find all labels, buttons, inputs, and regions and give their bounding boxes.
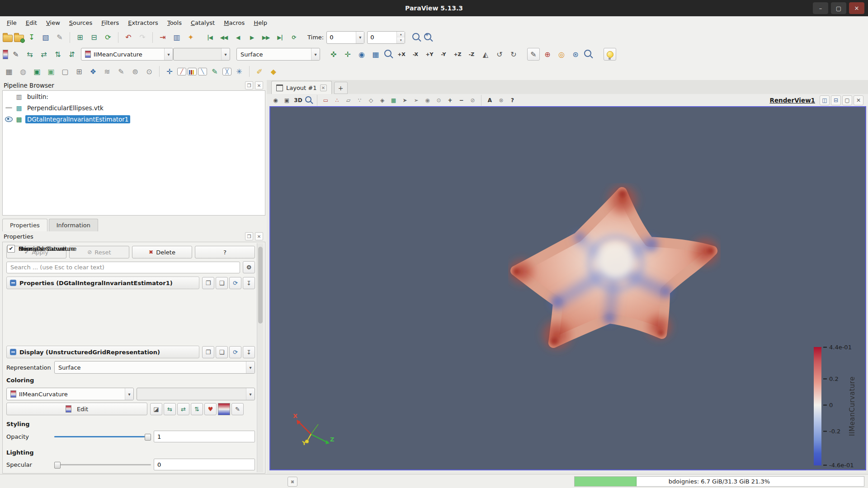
zoom-closest-to-data-button[interactable]: ▦ xyxy=(369,48,382,61)
zoom-to-box-button[interactable] xyxy=(305,96,311,103)
pipeline-item-dgtal-estimator[interactable]: ▩ DGtalIntegralInvariantEstimator1 xyxy=(3,113,265,125)
menu-view[interactable]: View xyxy=(42,18,64,28)
python-trace-button[interactable]: ✦ xyxy=(184,31,197,44)
plot-over-line-button[interactable]: ╱ xyxy=(177,68,186,75)
undock-properties-button[interactable]: ❐ xyxy=(245,232,253,240)
select-cells-through-button[interactable]: ▱ xyxy=(343,95,354,105)
disconnect-server-button[interactable]: ⇥ xyxy=(156,31,169,44)
next-frame-button[interactable]: ▶▶ xyxy=(259,31,272,44)
save-state-button[interactable]: ▧ xyxy=(39,31,52,44)
open-recent-button[interactable] xyxy=(14,35,24,42)
glyph-with-custom-source-button[interactable]: ✳ xyxy=(233,65,245,78)
rescale-to-data-range-button[interactable]: ⇆ xyxy=(24,48,36,61)
toggle-interaction-mode-button[interactable]: 3D xyxy=(293,95,303,105)
checkbox[interactable] xyxy=(7,245,15,253)
rotate-90-cw-button[interactable]: ↻ xyxy=(507,48,520,61)
context-help-button[interactable]: ? xyxy=(507,95,518,105)
search-options-button[interactable]: ⚙ xyxy=(243,261,255,273)
show-center-axes-button[interactable]: ⊛ xyxy=(569,48,582,61)
select-points-through-button[interactable]: ∵ xyxy=(354,95,365,105)
component-combo[interactable] xyxy=(173,48,230,61)
stream-tracer-button[interactable]: ⊙ xyxy=(143,65,156,78)
rescale-to-custom-range-button[interactable]: ⇄ xyxy=(177,403,189,415)
undo-button[interactable]: ↶ xyxy=(122,31,135,44)
pipeline-item-builtin[interactable]: ▥ builtin: xyxy=(3,91,265,102)
edit-color-map-button[interactable]: ✎ xyxy=(9,48,22,61)
representation-combo[interactable]: Surface xyxy=(54,361,255,374)
restore-defaults-button[interactable]: ⟳ xyxy=(229,277,241,289)
close-pipeline-button[interactable]: ✕ xyxy=(255,81,263,89)
layout-tab[interactable]: Layout #1 ✕ xyxy=(271,81,332,94)
axes-grid-button[interactable]: ❖ xyxy=(87,65,99,78)
search-input[interactable] xyxy=(6,262,240,273)
split-horizontal-button[interactable]: ◫ xyxy=(820,95,830,105)
loop-button[interactable]: ⟳ xyxy=(288,31,300,44)
play-forward-button[interactable]: ▶ xyxy=(245,31,258,44)
collapse-icon[interactable] xyxy=(10,349,16,355)
time-value-spinbox[interactable] xyxy=(326,31,364,44)
shrink-selection-button[interactable]: − xyxy=(456,95,467,105)
reset-camera-button[interactable]: ✜ xyxy=(327,48,340,61)
select-cells-on-button[interactable]: ▭ xyxy=(321,95,331,105)
restore-defaults-button[interactable]: ⟳ xyxy=(229,346,241,358)
contour-button[interactable]: ≋ xyxy=(101,65,113,78)
zoom-to-selection-button[interactable] xyxy=(424,33,431,40)
view-minus-z-button[interactable]: -Z xyxy=(465,48,478,61)
rescale-to-temporal-range-button[interactable]: ⇅ xyxy=(191,403,203,415)
edit-scalar-bar-button[interactable]: ✎ xyxy=(231,403,244,415)
properties-scrollbar[interactable] xyxy=(257,243,264,472)
combo-caret-icon[interactable] xyxy=(246,361,255,373)
rescale-to-visible-range-button[interactable]: ⇵ xyxy=(66,48,78,61)
plot-selection-over-time-button[interactable]: ╲ xyxy=(198,68,207,75)
save-defaults-button[interactable]: ↧ xyxy=(243,346,255,358)
undock-pipeline-button[interactable]: ❐ xyxy=(245,81,253,89)
spreadsheet-view-button[interactable]: ▦ xyxy=(3,65,15,78)
tab-information[interactable]: Information xyxy=(49,219,98,231)
save-data-button[interactable]: ↧ xyxy=(25,31,38,44)
apply-changes-button[interactable]: ⊟ xyxy=(88,31,100,44)
add-camera-link-button[interactable]: ⊗ xyxy=(496,95,506,105)
outline-button[interactable]: ▢ xyxy=(59,65,71,78)
time-value-input[interactable] xyxy=(327,32,356,43)
opacity-input[interactable] xyxy=(154,431,255,442)
hover-points-button[interactable]: ⊙ xyxy=(434,95,444,105)
pipeline-item-perpendicular-ellipses[interactable]: ▩ PerpendicularEllipses.vtk xyxy=(3,102,265,113)
edit-interaction-mode-button[interactable]: ✎ xyxy=(527,48,540,61)
interactive-select-cells-button[interactable]: ➤ xyxy=(400,95,410,105)
adjust-camera-button[interactable]: ◉ xyxy=(270,95,281,105)
rescale-to-data-range-button[interactable]: ⇆ xyxy=(164,403,176,415)
menu-extractors[interactable]: Extractors xyxy=(124,18,162,28)
hover-cells-button[interactable]: ◉ xyxy=(422,95,433,105)
view-minus-x-button[interactable]: -X xyxy=(409,48,422,61)
frame-spinner[interactable] xyxy=(396,32,405,43)
last-frame-button[interactable]: ▶| xyxy=(274,31,286,44)
zoom-closest-button[interactable] xyxy=(584,50,591,57)
specular-slider[interactable] xyxy=(54,461,151,468)
extract-block-button[interactable]: ▣ xyxy=(31,65,43,78)
slider-handle[interactable] xyxy=(145,434,151,441)
select-points-on-button[interactable]: ∴ xyxy=(332,95,342,105)
zoom-to-box-button[interactable] xyxy=(384,50,392,57)
paste-properties-button[interactable]: ❏ xyxy=(216,277,228,289)
add-layout-tab-button[interactable]: + xyxy=(334,82,348,94)
time-dropdown-arrow-icon[interactable] xyxy=(356,32,364,43)
spin-up-icon[interactable] xyxy=(397,32,405,38)
layout-tab-close-icon[interactable]: ✕ xyxy=(320,84,327,91)
menu-macros[interactable]: Macros xyxy=(220,18,249,28)
copy-properties-button[interactable]: ❐ xyxy=(202,277,214,289)
opacity-slider[interactable] xyxy=(54,433,151,440)
rescale-to-temporal-range-button[interactable]: ⇅ xyxy=(52,48,64,61)
slice-button[interactable]: ✎ xyxy=(115,65,127,78)
visibility-toggle[interactable] xyxy=(5,117,13,122)
zoom-to-data-button[interactable] xyxy=(412,33,420,40)
reset-center-button[interactable]: ◎ xyxy=(555,48,568,61)
select-points-polygon-button[interactable]: ◈ xyxy=(377,95,387,105)
menu-edit[interactable]: Edit xyxy=(22,18,41,28)
histogram-button[interactable] xyxy=(188,68,197,75)
paste-properties-button[interactable]: ❏ xyxy=(216,346,228,358)
menu-file[interactable]: File xyxy=(3,18,21,28)
connect-server-button[interactable]: ▥ xyxy=(170,31,183,44)
view-plus-z-button[interactable]: +Z xyxy=(451,48,464,61)
use-separate-color-map-button[interactable]: ◪ xyxy=(150,403,162,415)
edit-color-map-button[interactable]: Edit xyxy=(6,403,147,415)
